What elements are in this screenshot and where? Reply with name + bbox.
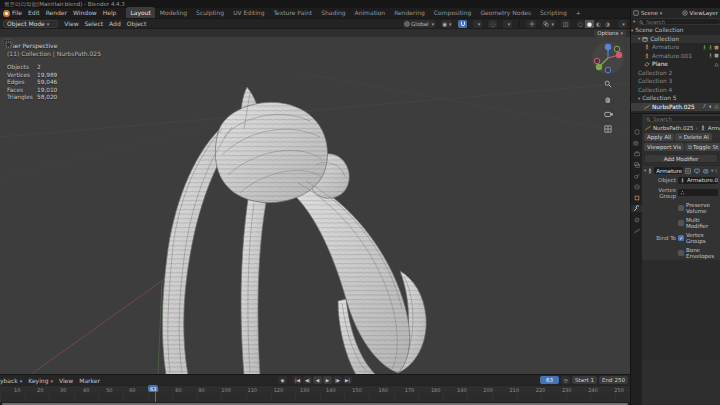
disclosure-triangle[interactable]: ▾ bbox=[638, 36, 640, 41]
timeline-view-menu[interactable]: View bbox=[59, 377, 73, 384]
frame-start-field[interactable]: Start 1 bbox=[572, 376, 597, 384]
preserve-volume-checkbox[interactable] bbox=[678, 205, 684, 211]
viewport-menu-object[interactable]: Object bbox=[127, 20, 147, 27]
panel-expand-triangle[interactable]: ▾ bbox=[644, 168, 646, 173]
blender-logo-icon[interactable] bbox=[3, 10, 10, 17]
modifier-extras-dropdown[interactable]: ▾ bbox=[711, 168, 713, 173]
tab-modeling[interactable]: Modeling bbox=[156, 7, 191, 18]
tab-texture-paint[interactable]: Texture Paint bbox=[269, 7, 316, 18]
shading-material-button[interactable]: ◐ bbox=[594, 20, 603, 28]
pivot-dropdown[interactable]: ◉ bbox=[441, 20, 452, 28]
show-overlays-toggle[interactable] bbox=[542, 20, 555, 28]
viewport-menu-view[interactable]: View bbox=[64, 20, 78, 27]
proportional-editing-toggle[interactable]: ◌ bbox=[488, 20, 497, 28]
outliner-item-scene-collection[interactable]: ▾ Scene Collection bbox=[631, 26, 720, 35]
tab-output-icon[interactable] bbox=[632, 150, 641, 157]
viewport-vis-button[interactable]: Viewport Vis bbox=[644, 143, 684, 151]
disclosure-triangle[interactable]: ▾ bbox=[638, 96, 640, 101]
outliner-search-input[interactable] bbox=[637, 18, 720, 25]
tab-sculpting[interactable]: Sculpting bbox=[192, 7, 228, 18]
tab-layout[interactable]: Layout bbox=[126, 7, 154, 18]
tab-animation[interactable]: Animation bbox=[351, 7, 390, 18]
tab-data-icon[interactable] bbox=[632, 227, 641, 234]
realtime-toggle[interactable] bbox=[693, 167, 701, 174]
apply-all-button[interactable]: Apply All bbox=[644, 133, 674, 141]
mode-dropdown[interactable]: Object Mode bbox=[3, 20, 58, 28]
tab-rendering[interactable]: Rendering bbox=[390, 7, 429, 18]
edit-mode-toggle[interactable] bbox=[684, 167, 692, 174]
orientation-dropdown[interactable]: Global bbox=[403, 20, 435, 28]
properties-search-input[interactable] bbox=[644, 115, 720, 122]
tab-modifiers-icon[interactable] bbox=[631, 205, 642, 212]
snap-dropdown[interactable] bbox=[473, 20, 482, 28]
scene-selector[interactable]: Scene bbox=[641, 10, 662, 16]
object-field[interactable]: Armature.001 bbox=[678, 177, 718, 184]
vertex-groups-checkbox[interactable]: ✓ bbox=[678, 235, 684, 241]
menu-render[interactable]: Render bbox=[46, 9, 67, 16]
delete-all-button[interactable]: ×Delete Al bbox=[675, 133, 712, 141]
viewport-menu-add[interactable]: Add bbox=[109, 20, 121, 27]
tab-viewlayer-icon[interactable] bbox=[632, 161, 641, 168]
playhead-frame-badge[interactable]: 63 bbox=[148, 385, 158, 392]
jump-end-button[interactable]: ▶| bbox=[343, 376, 352, 384]
menu-file[interactable]: File bbox=[12, 9, 22, 16]
disclosure-triangle[interactable]: ▾ bbox=[631, 28, 633, 33]
shading-solid-button[interactable]: ● bbox=[585, 20, 594, 28]
playback-menu[interactable]: Playback bbox=[0, 377, 22, 384]
multi-modifier-checkbox[interactable] bbox=[678, 220, 684, 226]
outliner-item-collection-5[interactable]: ▾ Collection 5 bbox=[631, 94, 720, 103]
next-keyframe-button[interactable]: |▶ bbox=[333, 376, 342, 384]
axis-navigation-gizmo[interactable] bbox=[591, 41, 625, 75]
tab-world-icon[interactable] bbox=[632, 183, 641, 190]
outliner-item-plane[interactable]: Plane bbox=[631, 60, 720, 69]
viewlayer-selector[interactable]: ViewLayer bbox=[690, 10, 718, 16]
preview-range-button[interactable]: ◷ bbox=[561, 376, 570, 384]
camera-view-button[interactable] bbox=[602, 108, 614, 120]
breadcrumb-object[interactable]: NurbsPath.025 bbox=[653, 125, 694, 131]
tab-compositing[interactable]: Compositing bbox=[430, 7, 476, 18]
tab-tool-icon[interactable] bbox=[632, 128, 641, 135]
timeline-marker-menu[interactable]: Marker bbox=[79, 377, 100, 384]
xray-toggle[interactable]: ◫ bbox=[561, 20, 570, 28]
viewport-3d[interactable]: User Perspective (11) Collection | Nurbs… bbox=[0, 37, 630, 374]
filter-dropdown[interactable]: ▾ bbox=[633, 19, 635, 24]
vertex-group-field[interactable] bbox=[678, 189, 718, 196]
outliner-item-collection-3[interactable]: Collection 3 bbox=[631, 77, 720, 86]
outliner-item-collection-2[interactable]: Collection 2 bbox=[631, 69, 720, 78]
menu-help[interactable]: Help bbox=[103, 9, 117, 16]
outliner-item-armature-001[interactable]: Armature.001 bbox=[631, 52, 720, 61]
current-frame-field[interactable]: 63 bbox=[540, 376, 559, 384]
timeline-ruler[interactable]: 1020304050607080901001101201301401501601… bbox=[0, 385, 630, 393]
timeline-track-area[interactable] bbox=[0, 393, 630, 402]
tab-scripting[interactable]: Scripting bbox=[536, 7, 571, 18]
modifier-name-field[interactable]: Armature bbox=[654, 167, 683, 174]
viewport-menu-select[interactable]: Select bbox=[85, 20, 104, 27]
frame-end-field[interactable]: End 250 bbox=[599, 376, 628, 384]
tab-scene-icon[interactable] bbox=[632, 172, 641, 179]
play-button[interactable]: ▶ bbox=[323, 376, 332, 384]
add-modifier-button[interactable]: Add Modifier bbox=[644, 154, 718, 163]
tab-physics-icon[interactable] bbox=[632, 216, 641, 223]
render-toggle[interactable] bbox=[702, 167, 710, 174]
bone-envelopes-checkbox[interactable] bbox=[678, 250, 684, 256]
auto-key-button[interactable]: ◉ bbox=[278, 376, 287, 384]
shading-wireframe-button[interactable]: ○ bbox=[576, 20, 585, 28]
outliner-item-nurbspath-025[interactable]: NurbsPath.025 bbox=[631, 103, 720, 112]
proportional-dropdown[interactable] bbox=[503, 20, 512, 28]
options-dropdown[interactable]: Options bbox=[594, 30, 626, 37]
tab-shading[interactable]: Shading bbox=[317, 7, 349, 18]
toggle-stack-button[interactable]: ⧉Toggle St bbox=[685, 143, 720, 151]
active-tool-button[interactable] bbox=[3, 39, 13, 49]
add-workspace-button[interactable]: + bbox=[572, 7, 585, 18]
tab-render-icon[interactable] bbox=[632, 139, 641, 146]
breadcrumb-modifier[interactable]: Armature bbox=[708, 125, 720, 131]
zoom-button[interactable] bbox=[602, 78, 614, 90]
shading-rendered-button[interactable]: ◑ bbox=[603, 20, 612, 28]
jump-start-button[interactable]: |◀ bbox=[293, 376, 302, 384]
snap-toggle[interactable] bbox=[458, 20, 467, 28]
menu-edit[interactable]: Edit bbox=[28, 9, 40, 16]
drag-handle-icon[interactable]: ⠿ bbox=[714, 168, 718, 174]
show-gizmo-toggle[interactable] bbox=[527, 20, 536, 28]
tab-uv-editing[interactable]: UV Editing bbox=[229, 7, 268, 18]
tab-geometry-nodes[interactable]: Geometry Nodes bbox=[476, 7, 535, 18]
